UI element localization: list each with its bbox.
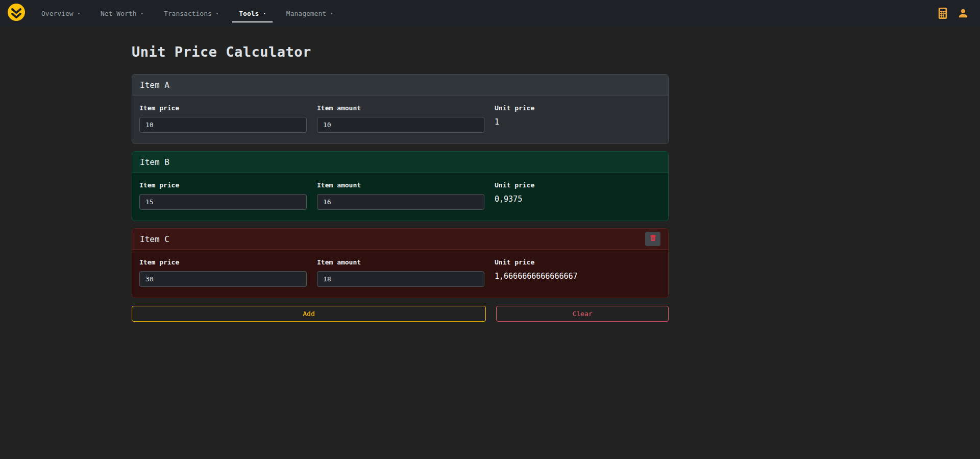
item-amount-field: Item amount (317, 104, 495, 133)
card-header: Item B (132, 152, 668, 173)
card-body: Item price Item amount Unit price 1 (132, 95, 668, 143)
nav-item-tools[interactable]: Tools ▾ (232, 5, 273, 22)
nav-item-transactions[interactable]: Transactions ▾ (157, 5, 225, 22)
user-icon[interactable] (958, 8, 969, 19)
item-price-input[interactable] (139, 194, 307, 210)
card-body: Item price Item amount Unit price 0,9375 (132, 173, 668, 221)
item-amount-label: Item amount (317, 181, 495, 189)
unit-price-field: Unit price 0,9375 (495, 181, 661, 210)
chevron-down-icon: ▾ (216, 11, 218, 16)
card-body: Item price Item amount Unit price 1,6666… (132, 250, 668, 298)
item-amount-field: Item amount (317, 258, 495, 287)
unit-price-label: Unit price (495, 258, 661, 266)
page-title: Unit Price Calculator (132, 44, 669, 60)
unit-price-label: Unit price (495, 104, 661, 112)
nav-item-overview[interactable]: Overview ▾ (35, 5, 87, 22)
item-price-label: Item price (139, 258, 317, 266)
trash-icon (650, 235, 656, 243)
chevron-down-icon: ▾ (263, 11, 265, 16)
nav-links: Overview ▾ Net Worth ▾ Transactions ▾ To… (35, 0, 347, 27)
item-amount-label: Item amount (317, 104, 495, 112)
chevron-down-icon: ▾ (330, 11, 333, 16)
card-title: Item A (140, 80, 169, 90)
item-card-a: Item A Item price Item amount Unit price… (132, 74, 669, 144)
nav-item-label: Overview (41, 10, 74, 17)
unit-price-field: Unit price 1 (495, 104, 661, 133)
unit-price-value: 1 (495, 117, 661, 127)
item-amount-label: Item amount (317, 258, 495, 266)
top-navbar: Overview ▾ Net Worth ▾ Transactions ▾ To… (0, 0, 980, 27)
brand-chevrons-icon (7, 3, 26, 23)
item-card-b: Item B Item price Item amount Unit price… (132, 151, 669, 221)
clear-button[interactable]: Clear (496, 306, 669, 322)
nav-item-label: Management (286, 10, 326, 17)
card-title: Item B (140, 157, 169, 167)
nav-item-net-worth[interactable]: Net Worth ▾ (94, 5, 150, 22)
add-button[interactable]: Add (132, 306, 486, 322)
unit-price-label: Unit price (495, 181, 661, 189)
item-price-field: Item price (139, 258, 317, 287)
navbar-right (937, 8, 973, 19)
delete-item-button[interactable] (645, 232, 660, 246)
item-amount-field: Item amount (317, 181, 495, 210)
chevron-down-icon: ▾ (141, 11, 143, 16)
chevron-down-icon: ▾ (78, 11, 80, 16)
nav-item-label: Tools (239, 10, 259, 17)
card-title: Item C (140, 234, 169, 244)
unit-price-value: 0,9375 (495, 195, 661, 204)
item-price-label: Item price (139, 104, 317, 112)
item-price-field: Item price (139, 181, 317, 210)
nav-item-management[interactable]: Management ▾ (280, 5, 340, 22)
item-amount-input[interactable] (317, 117, 484, 133)
item-amount-input[interactable] (317, 271, 484, 287)
calculator-icon[interactable] (937, 8, 948, 19)
brand-logo[interactable] (7, 3, 26, 23)
item-price-label: Item price (139, 181, 317, 189)
item-card-c: Item C Item price Item amount Unit price (132, 228, 669, 298)
main-content: Unit Price Calculator Item A Item price … (132, 27, 669, 322)
unit-price-field: Unit price 1,6666666666666667 (495, 258, 661, 287)
item-price-field: Item price (139, 104, 317, 133)
card-header: Item A (132, 75, 668, 95)
item-price-input[interactable] (139, 271, 307, 287)
nav-item-label: Net Worth (101, 10, 136, 17)
item-price-input[interactable] (139, 117, 307, 133)
nav-item-label: Transactions (164, 10, 212, 17)
unit-price-value: 1,6666666666666667 (495, 272, 661, 281)
item-amount-input[interactable] (317, 194, 484, 210)
card-header: Item C (132, 229, 668, 250)
actions-row: Add Clear (132, 306, 669, 322)
